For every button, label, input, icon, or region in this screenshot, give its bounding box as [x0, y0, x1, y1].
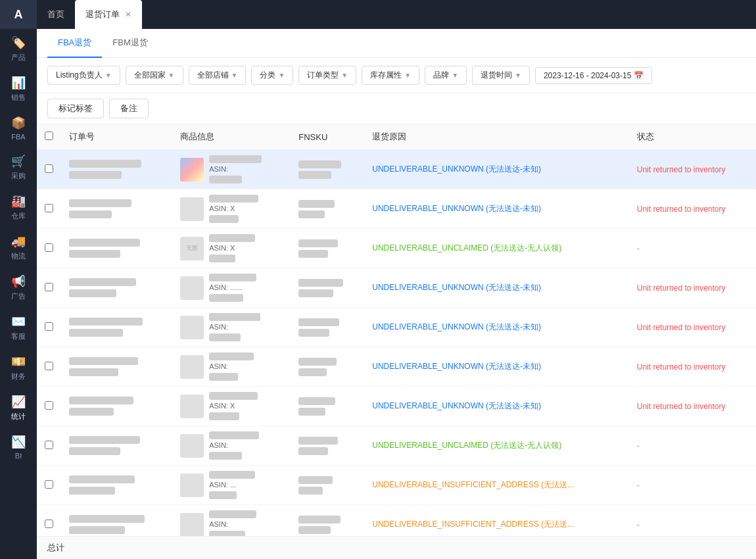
product-cell: ASIN: X [172, 387, 291, 426]
sidebar-item-sales[interactable]: 📊 销售 [0, 69, 37, 109]
select-all-checkbox[interactable] [45, 132, 53, 140]
asin-label: ASIN: X [209, 205, 258, 212]
order-id-cell [61, 229, 172, 268]
sidebar-label-sales: 销售 [11, 93, 26, 103]
row-checkbox[interactable] [45, 401, 53, 410]
sidebar-item-purchase[interactable]: 🛒 采购 [0, 147, 37, 187]
status-cell: Unit returned to inventory [629, 387, 756, 426]
logistics-icon: 🚚 [11, 234, 26, 249]
row-checkbox[interactable] [45, 480, 53, 489]
sidebar-label-stats: 统计 [11, 412, 26, 422]
filter-row: Listing负责人 ▼ 全部国家 ▼ 全部店铺 ▼ 分类 ▼ 订单类型 ▼ 库… [37, 58, 756, 93]
row-checkbox[interactable] [45, 164, 53, 173]
reason-cell: UNDELIVERABLE_UNCLAIMED (无法送达-无人认领) [364, 426, 629, 466]
fnsku-cell [291, 150, 364, 189]
order-id-blurred2 [69, 408, 114, 416]
product-cell: ASIN: [172, 347, 291, 387]
footer-total-label: 总计 [47, 543, 64, 552]
row-checkbox[interactable] [45, 520, 53, 528]
sidebar-item-bi[interactable]: 📉 BI [0, 428, 37, 466]
fnsku-cell [291, 189, 364, 229]
sidebar-item-fba[interactable]: 📦 FBA [0, 109, 37, 147]
sidebar-item-logistics[interactable]: 🚚 物流 [0, 228, 37, 268]
order-id-blurred2 [69, 210, 112, 218]
product-name-blurred [209, 392, 258, 400]
reason-cell: UNDELIVERABLE_UNKNOWN (无法送达-未知) [364, 189, 629, 229]
asin-blurred [209, 333, 241, 341]
main-area: 首页 退货订单 ✕ FBA退货 FBM退货 Listing负责人 ▼ 全部国家 [37, 0, 756, 559]
product-cell: ASIN: [172, 308, 291, 347]
sidebar-item-service[interactable]: ✉️ 客服 [0, 308, 37, 348]
row-checkbox[interactable] [45, 322, 53, 331]
order-id-cell [61, 150, 172, 189]
table-wrapper: 订单号 商品信息 FNSKU 退货原因 状态 ASIN: UNDELIVERAB… [37, 124, 756, 536]
reason-text: UNDELIVERABLE_UNCLAIMED (无法送达-无人认领) [372, 441, 561, 450]
sub-tab-fba[interactable]: FBA退货 [47, 29, 102, 58]
order-id-blurred2 [69, 526, 125, 534]
filter-store[interactable]: 全部店铺 ▼ [189, 66, 247, 85]
filter-store-label: 全部店铺 [197, 70, 229, 81]
row-checkbox[interactable] [45, 362, 53, 370]
sidebar-item-products[interactable]: 🏷️ 产品 [0, 29, 37, 69]
order-id-block [69, 436, 164, 455]
col-product: 商品信息 [172, 124, 291, 150]
filter-inventory[interactable]: 库存属性 ▼ [362, 66, 419, 85]
product-info: ASIN: [209, 431, 259, 460]
filter-brand[interactable]: 品牌 ▼ [425, 66, 467, 85]
product-info: ASIN: [209, 313, 260, 341]
product-name-blurred [209, 431, 259, 439]
stats-icon: 📈 [11, 395, 26, 409]
tab-close-icon[interactable]: ✕ [125, 10, 131, 19]
order-id-blurred [69, 436, 140, 444]
filter-return-time[interactable]: 退货时间 ▼ [472, 66, 530, 85]
filter-category[interactable]: 分类 ▼ [251, 66, 293, 85]
order-id-block [69, 397, 164, 416]
date-range-picker[interactable]: 2023-12-16 - 2024-03-15 📅 [535, 67, 652, 84]
fnsku-blurred2 [298, 289, 333, 297]
sidebar-item-ads[interactable]: 📢 广告 [0, 268, 37, 308]
fnsku-blurred [298, 200, 335, 208]
asin-blurred [209, 294, 243, 302]
product-info: ASIN: [209, 510, 256, 536]
status-text: Unit returned to inventory [637, 205, 726, 214]
tab-returns[interactable]: 退货订单 ✕ [75, 0, 142, 29]
filter-order-type[interactable]: 订单类型 ▼ [298, 66, 356, 85]
reason-text: UNDELIVERABLE_UNKNOWN (无法送达-未知) [372, 283, 541, 292]
asin-blurred [209, 491, 237, 499]
filter-country[interactable]: 全部国家 ▼ [126, 66, 183, 85]
order-id-cell [61, 426, 172, 466]
col-fnsku: FNSKU [291, 124, 364, 150]
tab-home[interactable]: 首页 [37, 0, 75, 29]
dropdown-arrow-icon: ▼ [452, 72, 458, 79]
status-text: - [637, 481, 640, 490]
order-id-blurred [69, 160, 141, 168]
tag-button[interactable]: 标记标签 [47, 99, 104, 118]
row-checkbox[interactable] [45, 283, 53, 291]
sidebar-item-stats[interactable]: 📈 统计 [0, 388, 37, 428]
product-cell: ASIN: [172, 150, 291, 189]
reason-text: UNDELIVERABLE_UNKNOWN (无法送达-未知) [372, 401, 541, 410]
sub-tab-fbm[interactable]: FBM退货 [102, 29, 158, 58]
col-order-id: 订单号 [61, 124, 172, 150]
row-checkbox[interactable] [45, 243, 53, 252]
sidebar-label-ads: 广告 [11, 291, 26, 301]
row-checkbox[interactable] [45, 204, 53, 212]
note-button[interactable]: 备注 [109, 99, 149, 118]
product-info: ASIN: X [209, 195, 258, 223]
table-row: ASIN: X UNDELIVERABLE_UNKNOWN (无法送达-未知)U… [37, 387, 756, 426]
row-checkbox[interactable] [45, 441, 53, 449]
asin-blurred [209, 255, 235, 262]
asin-label: ASIN: [209, 441, 259, 449]
product-thumbnail [180, 355, 204, 379]
fnsku-blurred [298, 516, 341, 523]
order-id-block [69, 239, 164, 258]
filter-listing-owner[interactable]: Listing负责人 ▼ [47, 66, 120, 85]
tag-button-label: 标记标签 [59, 103, 93, 113]
order-id-block [69, 318, 164, 337]
content-area: FBA退货 FBM退货 Listing负责人 ▼ 全部国家 ▼ 全部店铺 ▼ 分… [37, 29, 756, 559]
order-id-blurred2 [69, 289, 116, 297]
sidebar-item-finance[interactable]: 💴 财务 [0, 348, 37, 388]
status-text: Unit returned to inventory [637, 402, 726, 411]
status-cell: Unit returned to inventory [629, 308, 756, 347]
sidebar-item-warehouse[interactable]: 🏭 仓库 [0, 187, 37, 228]
